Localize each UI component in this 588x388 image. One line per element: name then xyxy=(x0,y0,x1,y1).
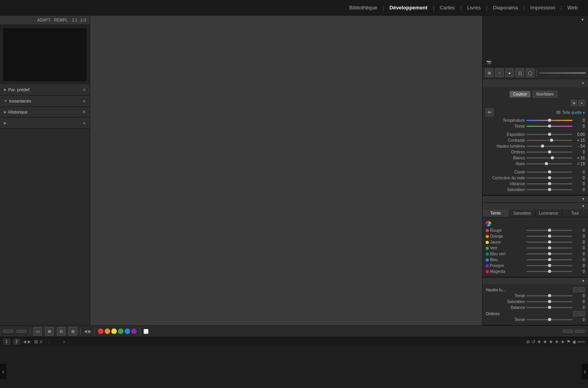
tsl-jaune-thumb[interactable] xyxy=(548,240,551,244)
flag-icon[interactable]: ⚑ xyxy=(566,339,571,345)
filtre-icon[interactable]: ⊛ xyxy=(526,339,530,345)
status-next-arrow[interactable]: ▶ xyxy=(28,339,31,344)
tsl-pourpre-slider[interactable] xyxy=(526,265,572,266)
epreuvage-label-wrap[interactable] xyxy=(143,329,150,334)
status-prev-arrow[interactable]: ◀ xyxy=(23,339,26,344)
view-single-btn[interactable]: ▭ xyxy=(33,327,42,336)
tone-curve-collapse[interactable]: ▼ xyxy=(582,197,585,201)
tone-curve-header[interactable]: ▼ xyxy=(483,195,588,202)
noirs-thumb[interactable] xyxy=(545,162,548,165)
redeye-tool[interactable]: ● xyxy=(505,69,514,77)
nav-livres[interactable]: Livres xyxy=(461,3,486,12)
virage-hautes-color[interactable] xyxy=(573,287,585,292)
vibrance-thumb[interactable] xyxy=(548,182,551,185)
basic-settings-collapse[interactable]: ▼ xyxy=(581,81,585,85)
treatment-color-btn[interactable]: Couleur xyxy=(510,91,530,97)
nav-prev-arrow[interactable]: ◀ xyxy=(84,329,87,334)
virage-ombres-color[interactable] xyxy=(573,311,585,316)
tsl-jaune-slider[interactable] xyxy=(526,242,572,243)
copy-button[interactable] xyxy=(3,330,13,333)
rempl-btn[interactable]: REMPL. xyxy=(54,18,69,22)
tsl-bleuvert-thumb[interactable] xyxy=(548,252,551,255)
virage-teinte-ombres-thumb[interactable] xyxy=(548,318,551,321)
temperature-slider[interactable] xyxy=(526,120,572,121)
histogram-collapse[interactable]: ▼ xyxy=(581,18,584,22)
view-survey-btn[interactable]: ⊞ xyxy=(69,327,77,336)
eyedropper-tool[interactable]: ✏ xyxy=(486,108,494,116)
radial-tool[interactable]: ◯ xyxy=(526,69,534,77)
clarte-slider[interactable] xyxy=(526,171,572,173)
tsl-bleuvert-slider[interactable] xyxy=(526,253,572,254)
filters-disabled-btn[interactable] xyxy=(578,341,585,343)
saturation-slider[interactable] xyxy=(526,189,572,190)
grad-tool[interactable]: ◫ xyxy=(515,69,524,77)
profile-menu-icon[interactable]: ≡ xyxy=(579,100,585,106)
tsl-magenta-slider[interactable] xyxy=(526,271,572,272)
correction-voile-slider[interactable] xyxy=(526,177,572,179)
virage-teinte-hautes-slider[interactable] xyxy=(526,295,572,296)
hautes-lum-slider[interactable] xyxy=(526,146,572,147)
profile-grid-icon[interactable]: ⊞ xyxy=(571,100,577,106)
tsl-rouge-thumb[interactable] xyxy=(548,229,551,232)
nav-developpement[interactable]: Développement xyxy=(384,3,433,12)
tsl-tab-saturation[interactable]: Saturation xyxy=(509,209,536,217)
color-filter-icon[interactable]: ◉ xyxy=(572,339,576,345)
label-yellow[interactable] xyxy=(111,328,117,334)
paste-button[interactable] xyxy=(16,330,27,333)
reinitialiser-button[interactable] xyxy=(575,330,585,333)
tsl-tab-luminance[interactable]: Luminance xyxy=(535,209,562,217)
nav-bibliotheque[interactable]: Bibliothèque xyxy=(344,3,383,12)
label-red[interactable] xyxy=(98,328,103,334)
virage-saturation-hautes-slider[interactable] xyxy=(526,301,572,302)
correction-voile-thumb[interactable] xyxy=(548,176,551,179)
grid-icon-status[interactable]: ⊞ xyxy=(34,339,38,345)
instantanes-add-btn[interactable]: + xyxy=(83,98,86,104)
virage-collapse[interactable]: ▼ xyxy=(582,279,585,283)
label-orange[interactable] xyxy=(105,328,110,334)
nav-diaporama[interactable]: Diaporama xyxy=(488,3,524,12)
spot-tool[interactable]: ○ xyxy=(495,69,504,77)
nav-next-arrow[interactable]: ▶ xyxy=(88,329,91,334)
list-icon-status[interactable]: ≡ xyxy=(40,339,42,345)
instantanes-header[interactable]: ▼ Instantanés + xyxy=(0,96,90,106)
historique-close-btn[interactable]: ✕ xyxy=(82,109,86,115)
page-num-2[interactable]: 2 xyxy=(13,339,20,345)
label-blue[interactable] xyxy=(125,328,130,334)
ombres-thumb[interactable] xyxy=(548,150,551,153)
tsl-bleu-thumb[interactable] xyxy=(548,258,551,261)
tsl-color-picker-icon[interactable] xyxy=(486,221,491,226)
tsl-collapse[interactable]: ▼ xyxy=(582,204,585,208)
exposition-thumb[interactable] xyxy=(548,133,551,136)
tsl-pourpre-thumb[interactable] xyxy=(548,264,551,267)
virage-teinte-ombres-slider[interactable] xyxy=(526,319,572,320)
tsl-vert-thumb[interactable] xyxy=(548,246,551,249)
treatment-bw-btn[interactable]: Noir/blanc xyxy=(533,91,557,97)
star-5[interactable]: ★ xyxy=(561,339,565,345)
contraste-slider[interactable] xyxy=(526,140,572,141)
par-predef-header[interactable]: ▶ Par. prédef. + xyxy=(0,84,90,95)
tsl-orange-thumb[interactable] xyxy=(548,235,551,238)
temperature-thumb[interactable] xyxy=(548,119,551,122)
zoom-1-1[interactable]: 1:1 xyxy=(72,18,77,22)
collections-add-btn[interactable]: + xyxy=(83,120,86,126)
zoom-1-3[interactable]: 1:3 xyxy=(80,18,86,22)
teinte-thumb[interactable] xyxy=(548,125,551,128)
virage-saturation-hautes-thumb[interactable] xyxy=(548,300,551,303)
blancs-thumb[interactable] xyxy=(551,156,554,159)
exposition-slider[interactable] xyxy=(526,134,572,135)
tsl-tab-tout[interactable]: Tout xyxy=(562,209,588,217)
star-1[interactable]: ★ xyxy=(537,339,541,345)
vibrance-slider[interactable] xyxy=(526,183,572,184)
teinte-slider[interactable] xyxy=(526,126,572,127)
saturation-thumb[interactable] xyxy=(548,188,551,191)
tsl-vert-slider[interactable] xyxy=(526,247,572,249)
adapt-btn[interactable]: ADAPT. xyxy=(37,18,51,22)
star-2[interactable]: ★ xyxy=(543,339,547,345)
tsl-tab-teinte[interactable]: Teinte xyxy=(483,209,509,217)
filmstrip-right-arrow[interactable]: › xyxy=(582,364,588,379)
basic-settings-header[interactable]: ▼ xyxy=(483,79,588,87)
label-purple[interactable] xyxy=(131,328,137,334)
virage-header[interactable]: ▼ xyxy=(483,277,588,284)
nav-cartes[interactable]: Cartes xyxy=(434,3,460,12)
nav-impression[interactable]: Impression xyxy=(525,3,561,12)
